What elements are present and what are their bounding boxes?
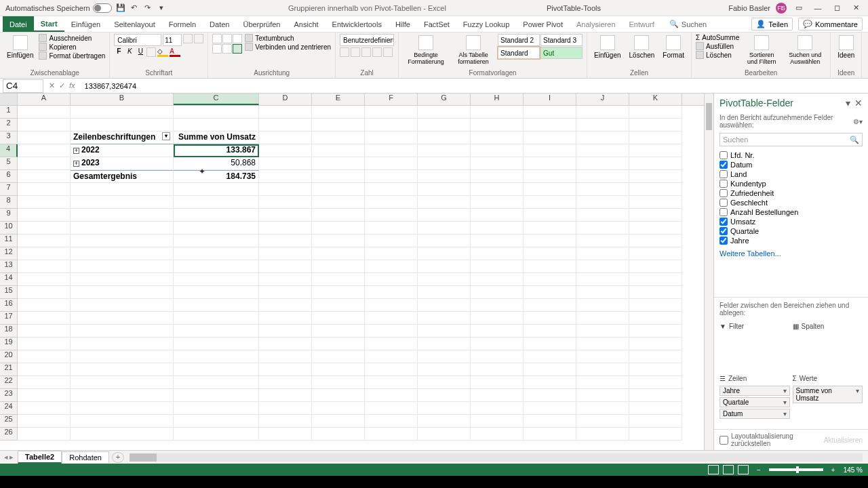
cell[interactable] — [524, 415, 576, 428]
cell[interactable] — [576, 157, 629, 170]
percent-button[interactable] — [351, 47, 360, 57]
cell[interactable] — [312, 209, 365, 222]
enter-formula-icon[interactable]: ✓ — [59, 81, 65, 90]
cell[interactable] — [629, 350, 682, 363]
clear-button[interactable]: Löschen — [696, 51, 739, 59]
vertical-scrollbar[interactable] — [704, 94, 713, 450]
cell[interactable] — [629, 209, 682, 222]
cell[interactable] — [576, 428, 629, 441]
cell[interactable] — [524, 144, 576, 157]
cell[interactable] — [312, 157, 365, 170]
cell[interactable]: +2022 — [71, 144, 174, 157]
cell[interactable] — [71, 286, 174, 299]
cell[interactable] — [365, 131, 418, 144]
row-header[interactable]: 10 — [0, 222, 18, 235]
row-header[interactable]: 21 — [0, 363, 18, 376]
cell[interactable] — [174, 338, 259, 350]
cell[interactable] — [259, 338, 312, 350]
wrap-text-button[interactable]: Textumbruch — [245, 34, 331, 42]
cell[interactable]: Gesamtergebnis — [71, 170, 174, 183]
cell[interactable] — [471, 260, 524, 273]
row-header[interactable]: 4 — [0, 144, 18, 157]
cell[interactable] — [174, 312, 259, 325]
align-buttons[interactable] — [212, 34, 242, 54]
cell[interactable] — [259, 247, 312, 260]
cell[interactable] — [418, 247, 471, 260]
cell[interactable] — [18, 286, 71, 299]
cell[interactable]: 184.735 — [174, 170, 259, 183]
cell[interactable] — [365, 299, 418, 312]
cell[interactable] — [576, 338, 629, 350]
cell[interactable] — [365, 415, 418, 428]
cell[interactable] — [524, 338, 576, 350]
cell[interactable] — [524, 131, 576, 144]
cell[interactable] — [524, 222, 576, 235]
cell[interactable] — [524, 170, 576, 183]
font-color-button[interactable]: A — [170, 47, 180, 57]
cell[interactable] — [259, 209, 312, 222]
cell[interactable] — [365, 196, 418, 209]
font-size-input[interactable] — [163, 34, 182, 46]
cell[interactable] — [71, 106, 174, 119]
cell[interactable] — [524, 260, 576, 273]
number-format-select[interactable] — [340, 34, 394, 46]
cell[interactable] — [259, 350, 312, 363]
cell[interactable] — [524, 119, 576, 131]
cell[interactable] — [576, 119, 629, 131]
formula-input[interactable]: 133867,326474 — [81, 82, 868, 90]
cell[interactable] — [18, 183, 71, 196]
cell[interactable] — [418, 389, 471, 402]
row-header[interactable]: 26 — [0, 428, 18, 441]
area-rows[interactable]: ☰Zeilen Jahre▾Quartale▾Datum▾ — [718, 373, 791, 425]
view-normal-button[interactable] — [708, 465, 719, 474]
tab-view[interactable]: Ansicht — [287, 16, 325, 32]
cell[interactable] — [629, 299, 682, 312]
merge-center-button[interactable]: Verbinden und zentrieren — [245, 43, 331, 51]
cell[interactable] — [629, 222, 682, 235]
field-item[interactable]: Kundentyp — [719, 179, 863, 188]
cell[interactable] — [418, 286, 471, 299]
cell[interactable] — [365, 325, 418, 338]
cell[interactable] — [259, 376, 312, 389]
cell[interactable] — [471, 157, 524, 170]
cell[interactable] — [524, 376, 576, 389]
cell[interactable] — [174, 299, 259, 312]
cell[interactable] — [524, 312, 576, 325]
cell[interactable] — [629, 402, 682, 415]
redo-icon[interactable]: ↷ — [143, 3, 153, 13]
italic-button[interactable]: K — [125, 47, 134, 57]
cell[interactable]: 133.867 — [174, 144, 259, 157]
cell[interactable] — [71, 299, 174, 312]
cell[interactable] — [259, 389, 312, 402]
cell[interactable] — [71, 247, 174, 260]
cell[interactable] — [71, 389, 174, 402]
cell[interactable] — [312, 119, 365, 131]
cell[interactable] — [18, 273, 71, 286]
cell[interactable] — [576, 415, 629, 428]
style-standard2[interactable]: Standard 2 — [498, 34, 540, 46]
cell[interactable] — [471, 376, 524, 389]
cell[interactable] — [174, 273, 259, 286]
maximize-icon[interactable]: ◻ — [830, 3, 844, 12]
col-header[interactable]: B — [71, 94, 174, 105]
col-header[interactable]: G — [418, 94, 471, 105]
cell[interactable] — [259, 170, 312, 183]
cell[interactable] — [418, 196, 471, 209]
zoom-out-button[interactable]: − — [757, 466, 761, 474]
comments-button[interactable]: 💬Kommentare — [798, 18, 863, 30]
cell[interactable] — [576, 106, 629, 119]
cell-styles-gallery[interactable]: Standard 2 Standard 3 Standard Gut — [498, 34, 583, 59]
cell[interactable] — [418, 325, 471, 338]
cell[interactable] — [259, 402, 312, 415]
copy-button[interactable]: Kopieren — [39, 43, 105, 51]
col-header[interactable]: C — [174, 94, 259, 105]
cell[interactable] — [259, 144, 312, 157]
row-header[interactable]: 2 — [0, 119, 18, 131]
fx-icon[interactable]: fx — [69, 81, 75, 90]
row-header[interactable]: 6 — [0, 170, 18, 183]
cell[interactable] — [524, 106, 576, 119]
row-header[interactable]: 12 — [0, 247, 18, 260]
cell[interactable] — [71, 428, 174, 441]
cell[interactable] — [259, 325, 312, 338]
cell[interactable] — [471, 402, 524, 415]
